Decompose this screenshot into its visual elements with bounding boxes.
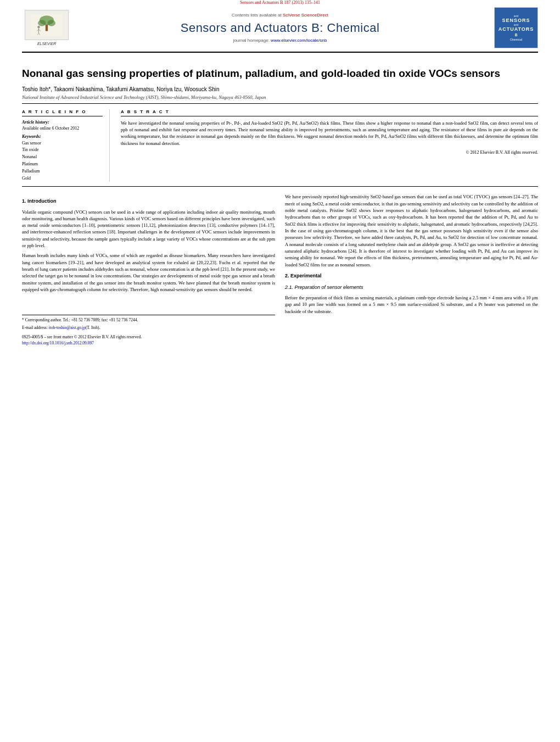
article-info-abstract: A R T I C L E I N F O Article history: A… (22, 109, 538, 187)
issn-line: 0925-4005/$ – see front matter © 2012 El… (22, 334, 275, 341)
available-online: Available online 6 October 2012 (22, 126, 103, 131)
keyword-palladium: Palladium (22, 168, 103, 175)
journal-title: Sensors and Actuators B: Chemical (71, 21, 489, 35)
experimental-sub1-para: Before the preparation of thick films as… (285, 294, 538, 315)
left-column: 1. Introduction Volatile organic compoun… (22, 193, 275, 346)
journal-citation: Sensors and Actuators B 187 (2013) 135–1… (22, 0, 538, 5)
history-label: Article history: (22, 120, 103, 125)
article-info-heading: A R T I C L E I N F O (22, 109, 103, 116)
body-columns: 1. Introduction Volatile organic compoun… (22, 193, 538, 346)
svg-point-5 (37, 26, 40, 28)
footnote-star: * Corresponding author. Tel.: +81 52 736… (22, 317, 275, 323)
keywords-list: Gas sensor Tin oxide Nonanal Platinum Pa… (22, 140, 103, 182)
abstract-section: A B S T R A C T We have investigated the… (121, 109, 538, 182)
keyword-gold: Gold (22, 175, 103, 182)
paper-affiliation: National Institute of Advanced Industria… (22, 94, 538, 100)
intro-para2: Human breath includes many kinds of VOCs… (22, 252, 275, 293)
svg-point-2 (38, 20, 46, 26)
svg-point-3 (47, 20, 55, 26)
sensors-actuators-logo: and SENSORS and ACTUATORS B Chemical (489, 7, 538, 48)
experimental-sub1-heading: 2.1. Preparation of sensor elements (285, 284, 538, 291)
paper-title: Nonanal gas sensing properties of platin… (22, 67, 538, 81)
email-link[interactable]: itoh-toshio@aist.go.jp (49, 325, 86, 330)
article-info-panel: A R T I C L E I N F O Article history: A… (22, 109, 110, 182)
journal-header: Sensors and Actuators B 187 (2013) 135–1… (22, 0, 538, 53)
keyword-nonanal: Nonanal (22, 154, 103, 161)
homepage-line: journal homepage: www.elsevier.com/locat… (71, 38, 489, 43)
right-column: We have previously reported high-sensiti… (285, 193, 538, 346)
keywords-label: Keywords: (22, 134, 103, 139)
contents-line: Contents lists available at SciVerse Sci… (71, 13, 489, 18)
doi-link[interactable]: http://dx.doi.org/10.1016/j.snb.2012.09.… (22, 341, 94, 345)
footnote-email: E-mail address: itoh-toshio@aist.go.jp(T… (22, 325, 275, 331)
intro-para1: Volatile organic compound (VOC) sensors … (22, 209, 275, 249)
keyword-platinum: Platinum (22, 161, 103, 168)
journal-title-block: Contents lists available at SciVerse Sci… (71, 13, 489, 43)
keyword-gas-sensor: Gas sensor (22, 140, 103, 147)
paper-header: Nonanal gas sensing properties of platin… (22, 57, 538, 104)
intro-heading: 1. Introduction (22, 198, 275, 205)
paper-authors: Toshio Itoh*, Takaomi Nakashima, Takafum… (22, 86, 538, 92)
sciverse-link[interactable]: SciVerse ScienceDirect (283, 13, 328, 18)
intro-para3: We have previously reported high-sensiti… (285, 193, 538, 267)
abstract-text: We have investigated the nonanal sensing… (121, 120, 538, 147)
homepage-link[interactable]: www.elsevier.com/locate/snb (271, 38, 327, 43)
abstract-copyright: © 2012 Elsevier B.V. All rights reserved… (121, 150, 538, 155)
footnote-section: * Corresponding author. Tel.: +81 52 736… (22, 315, 275, 347)
keyword-tin-oxide: Tin oxide (22, 147, 103, 154)
experimental-heading: 2. Experimental (285, 272, 538, 280)
elsevier-logo: ELSEVIER (22, 10, 71, 46)
abstract-heading: A B S T R A C T (121, 109, 538, 116)
doi-line: http://dx.doi.org/10.1016/j.snb.2012.09.… (22, 341, 275, 347)
svg-rect-4 (46, 24, 48, 31)
elsevier-text: ELSEVIER (37, 42, 56, 46)
